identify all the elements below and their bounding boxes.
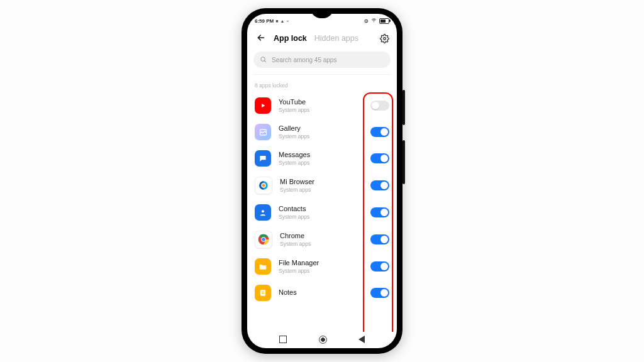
nav-back-button[interactable] bbox=[358, 336, 365, 343]
svg-point-2 bbox=[261, 57, 265, 60]
wifi-icon bbox=[371, 18, 377, 25]
app-list: YouTube System apps Gallery System apps bbox=[247, 92, 397, 332]
gallery-icon bbox=[255, 124, 271, 140]
list-item: File Manager System apps bbox=[247, 253, 397, 280]
svg-rect-14 bbox=[262, 293, 265, 293]
status-time: 6:59 PM bbox=[255, 18, 274, 24]
svg-point-7 bbox=[262, 184, 265, 187]
list-item: Notes bbox=[247, 280, 397, 302]
tab-hidden-apps[interactable]: Hidden apps bbox=[314, 34, 358, 43]
svg-point-1 bbox=[384, 37, 386, 40]
app-subtitle: System apps bbox=[280, 241, 311, 247]
search-input[interactable]: Search among 45 apps bbox=[253, 52, 391, 68]
list-item: Contacts System apps bbox=[247, 199, 397, 226]
app-subtitle: System apps bbox=[279, 133, 309, 140]
more-icon: ·· bbox=[286, 19, 289, 23]
lock-toggle[interactable] bbox=[370, 234, 389, 244]
list-item: YouTube System apps bbox=[247, 92, 397, 119]
phone-screen: 6:59 PM ■ ▲ ·· ⊙ bbox=[247, 14, 397, 348]
divider bbox=[253, 74, 391, 75]
list-item: Messages System apps bbox=[247, 145, 397, 172]
contacts-icon bbox=[255, 204, 271, 221]
locked-count-caption: 8 apps locked bbox=[247, 79, 397, 92]
search-placeholder: Search among 45 apps bbox=[272, 57, 336, 63]
file-manager-icon bbox=[255, 258, 271, 275]
chrome-icon bbox=[255, 231, 272, 248]
lock-toggle[interactable] bbox=[370, 101, 389, 111]
mi-browser-icon bbox=[255, 177, 272, 194]
app-name: Mi Browser bbox=[280, 178, 314, 186]
lock-toggle[interactable] bbox=[370, 153, 389, 163]
page-header: App lock Hidden apps bbox=[247, 28, 397, 48]
list-item: Mi Browser System apps bbox=[247, 172, 397, 199]
lock-toggle[interactable] bbox=[370, 261, 389, 272]
app-subtitle: System apps bbox=[279, 214, 309, 220]
app-name: Gallery bbox=[279, 124, 309, 133]
svg-point-8 bbox=[262, 210, 264, 212]
app-name: Chrome bbox=[280, 232, 311, 240]
app-name: Notes bbox=[279, 288, 297, 297]
app-name: Messages bbox=[279, 151, 310, 159]
videocam-icon: ■ bbox=[275, 19, 278, 23]
nav-home-button[interactable] bbox=[319, 336, 327, 344]
search-icon bbox=[260, 56, 267, 64]
list-item: Gallery System apps bbox=[247, 119, 397, 145]
back-button[interactable] bbox=[255, 31, 267, 45]
tab-app-lock[interactable]: App lock bbox=[274, 34, 307, 43]
lock-toggle[interactable] bbox=[370, 180, 389, 190]
lock-toggle[interactable] bbox=[370, 207, 389, 217]
list-item: Chrome System apps bbox=[247, 226, 397, 253]
android-nav-bar bbox=[247, 332, 397, 348]
battery-icon bbox=[379, 18, 389, 24]
youtube-icon bbox=[255, 97, 271, 114]
svg-point-0 bbox=[374, 21, 374, 22]
notes-icon bbox=[255, 285, 271, 301]
phone-frame: 6:59 PM ■ ▲ ·· ⊙ bbox=[242, 8, 402, 354]
nav-recents-button[interactable] bbox=[279, 336, 287, 343]
app-subtitle: System apps bbox=[279, 107, 309, 113]
settings-button[interactable] bbox=[380, 34, 389, 43]
cloud-icon: ▲ bbox=[280, 19, 284, 23]
messages-icon bbox=[255, 150, 271, 167]
app-subtitle: System apps bbox=[280, 187, 314, 193]
svg-rect-13 bbox=[262, 292, 265, 292]
camera-indicator-icon: ⊙ bbox=[364, 18, 369, 24]
lock-toggle[interactable] bbox=[370, 127, 389, 137]
svg-marker-3 bbox=[262, 104, 265, 107]
app-subtitle: System apps bbox=[279, 268, 319, 274]
app-subtitle: System apps bbox=[279, 160, 310, 166]
app-name: YouTube bbox=[279, 98, 309, 106]
app-name: Contacts bbox=[279, 205, 309, 213]
svg-point-11 bbox=[262, 238, 265, 241]
lock-toggle[interactable] bbox=[370, 288, 389, 298]
app-name: File Manager bbox=[279, 259, 319, 267]
